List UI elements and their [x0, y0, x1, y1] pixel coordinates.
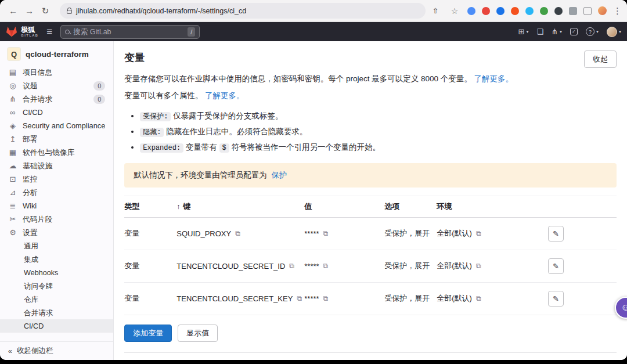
- table-row: 变量 TENCENTCLOUD_SECRET_ID ⧉ ***** ⧉ 受保护，…: [124, 250, 617, 283]
- chevron-down-icon: ▾: [596, 29, 599, 34]
- copy-icon[interactable]: ⧉: [323, 229, 329, 237]
- collapse-chevrons-icon: «: [8, 347, 12, 355]
- sidebar-item-analytics[interactable]: ⊿ 分析: [0, 186, 113, 199]
- browser-menu-icon[interactable]: ⋮: [613, 6, 620, 16]
- col-type: 类型: [124, 201, 176, 212]
- sidebar-item-infrastructure[interactable]: ☁ 基础设施: [0, 159, 113, 172]
- help-menu-button[interactable]: ? ▾: [586, 27, 599, 36]
- pencil-icon: ✎: [553, 229, 559, 238]
- learn-more-link[interactable]: 了解更多。: [205, 91, 244, 100]
- sidebar-subitem-cicd-active[interactable]: CI/CD: [0, 319, 113, 333]
- col-options: 选项: [384, 201, 437, 212]
- sidebar-panel-icon[interactable]: [583, 7, 592, 15]
- search-input[interactable]: [73, 28, 184, 36]
- hamburger-menu-icon[interactable]: ≡: [45, 26, 54, 38]
- extension-icon[interactable]: [525, 7, 534, 15]
- todo-check-icon: ✓: [570, 28, 578, 35]
- sidebar-item-wiki[interactable]: ≣ Wiki: [0, 199, 113, 212]
- share-icon[interactable]: ⇧: [429, 6, 442, 15]
- sidebar-item-project-info[interactable]: ▤ 项目信息: [0, 66, 113, 79]
- copy-icon[interactable]: ⧉: [323, 262, 329, 270]
- learn-more-link[interactable]: 了解更多。: [474, 74, 514, 83]
- user-menu-button[interactable]: ▾: [607, 27, 621, 37]
- sidebar-subitem-repository[interactable]: 仓库: [0, 293, 113, 306]
- variables-intro-text: 变量存储您可以在作业脚本中使用的信息，如密码和密钥。每个 project 最多可…: [124, 74, 472, 83]
- docs-icon[interactable]: ❏: [536, 27, 543, 36]
- sidebar-item-settings[interactable]: ⚙ 设置: [0, 226, 113, 239]
- var-value-masked: *****: [304, 262, 319, 271]
- variable-attributes-list: 受保护: 仅暴露于受保护的分支或标签。 隐藏: 隐藏在作业日志中。必须符合隐藏要…: [124, 108, 617, 155]
- var-value-masked: *****: [304, 294, 319, 303]
- sidebar-item-issues[interactable]: ◎ 议题 0: [0, 79, 113, 92]
- sidebar-item-security[interactable]: ◈ Security and Compliance: [0, 119, 113, 132]
- copy-icon[interactable]: ⧉: [476, 262, 481, 270]
- extension-icon[interactable]: [511, 7, 519, 15]
- var-options: 受保护，展开: [384, 293, 437, 304]
- pencil-icon: ✎: [553, 294, 559, 303]
- sidebar-subitem-general[interactable]: 通用: [0, 239, 113, 253]
- environment-warning-banner: 默认情况下，环境变量由管理员配置为 保护: [124, 163, 617, 188]
- sidebar-item-cicd[interactable]: ∞ CI/CD: [0, 106, 113, 119]
- sidebar-item-deployments[interactable]: ↥ 部署: [0, 132, 113, 146]
- extensions-puzzle-icon[interactable]: [569, 7, 577, 15]
- add-variable-button[interactable]: 添加变量: [124, 325, 172, 342]
- address-bar[interactable]: jihulab.com/redhatxl/qcloud-terraform/-/…: [60, 3, 426, 19]
- search-icon: [65, 30, 70, 34]
- collapse-section-button[interactable]: 收起: [584, 51, 617, 68]
- extension-icon[interactable]: [496, 7, 505, 15]
- var-value-masked: *****: [304, 229, 319, 238]
- edit-variable-button[interactable]: ✎: [548, 258, 564, 274]
- expanded-term-chip: Expanded:: [140, 143, 183, 153]
- merge-request-icon: ⋔: [8, 95, 17, 104]
- sidebar-subitem-webhooks[interactable]: Webhooks: [0, 266, 113, 279]
- brand-subtitle: GITLAB: [21, 34, 38, 37]
- col-key-sortable[interactable]: ↑ 键: [176, 201, 304, 212]
- collapse-sidebar-button[interactable]: « 收起侧边栏: [0, 341, 113, 360]
- edit-variable-button[interactable]: ✎: [548, 226, 564, 242]
- merge-requests-button[interactable]: ⋔ ▾: [552, 27, 562, 36]
- protect-link[interactable]: 保护: [272, 171, 287, 179]
- copy-icon[interactable]: ⧉: [476, 229, 481, 237]
- back-icon[interactable]: ←: [7, 6, 20, 16]
- sidebar-item-merge-requests[interactable]: ⋔ 合并请求 0: [0, 92, 113, 106]
- copy-icon[interactable]: ⧉: [289, 262, 294, 270]
- copy-icon[interactable]: ⧉: [476, 294, 481, 302]
- document-icon: ❏: [536, 27, 543, 36]
- list-item: Expanded: 变量带有 $ 符号将被当作一个引用另一个变量的开始。: [140, 139, 617, 155]
- extension-icon[interactable]: [482, 7, 490, 15]
- chevron-down-icon: ▾: [560, 29, 562, 34]
- chevron-down-icon: ▾: [619, 29, 621, 34]
- gear-icon: ⚙: [8, 228, 17, 237]
- copy-icon[interactable]: ⧉: [297, 294, 302, 302]
- extension-icon[interactable]: [554, 7, 563, 15]
- sidebar-item-monitor[interactable]: ⊡ 监控: [0, 172, 113, 186]
- sidebar-subitem-access-tokens[interactable]: 访问令牌: [0, 279, 113, 293]
- sidebar-item-snippets[interactable]: ✂ 代码片段: [0, 212, 113, 226]
- bookmark-star-icon[interactable]: ☆: [448, 6, 461, 16]
- var-options: 受保护，展开: [384, 261, 437, 271]
- global-search[interactable]: /: [60, 25, 200, 39]
- monitor-icon: ⊡: [8, 175, 17, 184]
- sidebar-item-packages[interactable]: ▦ 软件包与镜像库: [0, 146, 113, 159]
- copy-icon[interactable]: ⧉: [323, 294, 329, 302]
- extension-icon[interactable]: [467, 7, 475, 15]
- sidebar-subitem-merge-requests[interactable]: 合并请求: [0, 306, 113, 319]
- project-avatar: Q: [7, 47, 21, 61]
- browser-profile-avatar[interactable]: [598, 6, 607, 15]
- feedback-widget-button[interactable]: ☺: [615, 297, 627, 319]
- sidebar-subitem-integrations[interactable]: 集成: [0, 253, 113, 266]
- reload-icon[interactable]: ↻: [39, 6, 52, 16]
- deploy-icon: ↥: [8, 135, 17, 144]
- variables-attributes-text: 变量可以有多个属性。: [124, 91, 203, 100]
- gitlab-logo[interactable]: 极狐 GITLAB: [6, 26, 38, 37]
- project-context-header[interactable]: Q qcloud-terraform: [0, 42, 113, 66]
- extension-icon[interactable]: [540, 7, 548, 15]
- forward-icon[interactable]: →: [23, 6, 36, 16]
- edit-variable-button[interactable]: ✎: [548, 291, 564, 307]
- chart-icon: ⊿: [8, 188, 17, 197]
- copy-icon[interactable]: ⧉: [235, 229, 240, 237]
- new-menu-button[interactable]: ⊞ ▾: [518, 27, 528, 36]
- var-key: TENCENTCLOUD_SECRET_KEY: [176, 294, 293, 303]
- reveal-values-button[interactable]: 显示值: [178, 325, 218, 342]
- todos-button[interactable]: ✓: [570, 28, 578, 35]
